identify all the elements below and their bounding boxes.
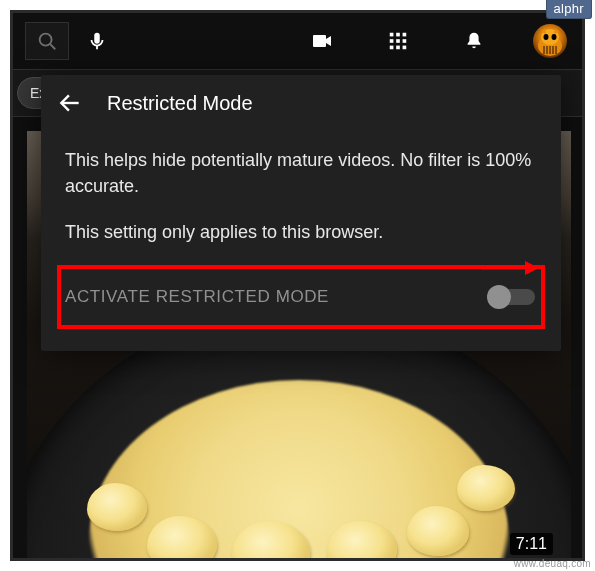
source-tag: alphr — [546, 0, 592, 19]
annotation-arrow-icon — [479, 257, 539, 279]
account-button[interactable] — [530, 21, 570, 61]
create-video-icon — [310, 29, 334, 53]
svg-rect-9 — [390, 33, 394, 37]
panel-header: Restricted Mode — [41, 75, 561, 131]
voice-search-button[interactable] — [77, 21, 117, 61]
apps-button[interactable] — [378, 21, 418, 61]
arrow-left-icon — [57, 90, 83, 116]
svg-point-20 — [544, 34, 549, 40]
avatar — [533, 24, 567, 58]
topbar — [13, 13, 582, 69]
back-button[interactable] — [57, 90, 83, 116]
panel-body: This helps hide potentially mature video… — [41, 131, 561, 245]
microphone-icon — [86, 30, 108, 52]
svg-rect-17 — [403, 46, 407, 50]
bell-icon — [463, 30, 485, 52]
svg-rect-14 — [403, 39, 407, 43]
watermark: www.deuaq.com — [514, 558, 591, 569]
restricted-mode-toggle[interactable] — [489, 287, 535, 307]
restricted-mode-panel: Restricted Mode This helps hide potentia… — [41, 75, 561, 351]
notifications-button[interactable] — [454, 21, 494, 61]
svg-marker-24 — [525, 261, 539, 275]
svg-rect-2 — [94, 33, 100, 44]
search-button[interactable] — [25, 22, 69, 60]
svg-rect-10 — [396, 33, 400, 37]
svg-point-0 — [40, 34, 52, 46]
svg-point-21 — [552, 34, 557, 40]
create-button[interactable] — [302, 21, 342, 61]
video-duration: 7:11 — [510, 533, 553, 555]
panel-description-1: This helps hide potentially mature video… — [65, 147, 537, 199]
search-icon — [36, 30, 58, 52]
apps-grid-icon — [387, 30, 409, 52]
toggle-label: ACTIVATE RESTRICTED MODE — [65, 287, 329, 307]
svg-rect-12 — [390, 39, 394, 43]
svg-rect-13 — [396, 39, 400, 43]
svg-line-1 — [50, 44, 55, 49]
svg-rect-11 — [403, 33, 407, 37]
svg-rect-8 — [319, 39, 321, 43]
panel-description-2: This setting only applies to this browse… — [65, 219, 537, 245]
restricted-mode-toggle-row: ACTIVATE RESTRICTED MODE — [57, 265, 545, 329]
svg-rect-15 — [390, 46, 394, 50]
svg-rect-16 — [396, 46, 400, 50]
panel-title: Restricted Mode — [107, 92, 253, 115]
app-frame: Ex 7:11 Restricted Mode This — [10, 10, 585, 561]
